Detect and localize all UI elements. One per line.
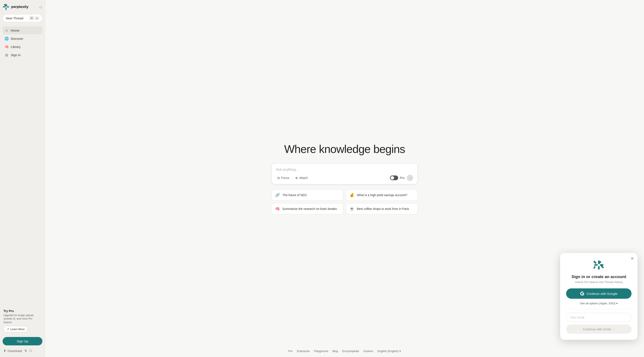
svg-rect-7 — [598, 266, 600, 270]
attach-icon: ⊕ — [295, 176, 298, 180]
focus-label: Focus — [281, 176, 289, 180]
sidebar-header: perplexity ◁ — [2, 4, 42, 10]
svg-rect-2 — [3, 6, 6, 8]
footer-language-selector[interactable]: English (English) ▾ — [378, 350, 401, 353]
attach-button[interactable]: ⊕ Attach — [294, 175, 309, 180]
logo-text: perplexity — [11, 5, 28, 9]
suggestion-emoji-3: ☕ — [350, 206, 355, 211]
sidebar-nav: ⌂ Home 🌐 Discover 🧠 Library ◎ Sign in — [2, 26, 42, 59]
chevron-down-icon: ▾ — [400, 350, 401, 353]
popup-subtitle: Unlock Pro Search and Thread History — [575, 280, 623, 284]
perplexity-logo-icon — [2, 4, 10, 10]
try-pro-title: Try Pro — [4, 309, 42, 313]
collapse-icon: ◁ — [39, 5, 42, 9]
signin-label: Sign in — [11, 53, 21, 57]
email-continue-label: Continue with email → — [583, 327, 615, 331]
suggestion-emoji-1: 💰 — [350, 193, 355, 198]
footer-link-blog[interactable]: Blog — [332, 350, 338, 353]
suggestion-text-2: Summarize the research on brain breaks — [282, 207, 337, 210]
see-all-label: See all options (Apple, SSO) — [580, 302, 616, 305]
try-pro-box: Try Pro Upgrade for image upload, smarte… — [2, 307, 42, 334]
new-thread-shortcut: ⌘ K — [29, 16, 39, 20]
download-button[interactable]: ⬇ Download — [4, 349, 22, 353]
sidebar-item-home[interactable]: ⌂ Home — [2, 26, 42, 34]
suggestion-card-3[interactable]: ☕ Best coffee shops to work from in Pari… — [346, 203, 418, 214]
pro-toggle[interactable]: Pro — [390, 176, 404, 180]
pro-toggle-thumb — [390, 176, 394, 180]
google-icon — [580, 292, 584, 296]
svg-rect-10 — [594, 260, 597, 264]
sidebar: perplexity ◁ New Thread ⌘ K ⌂ Home 🌐 Dis… — [0, 0, 45, 357]
home-label: Home — [11, 28, 19, 32]
learn-more-label: Learn More — [10, 328, 24, 331]
suggestion-text-1: What is a high-yield savings account? — [357, 193, 407, 197]
learn-more-icon: ↗ — [7, 328, 9, 331]
svg-rect-3 — [7, 6, 9, 8]
footer-link-careers[interactable]: Careers — [363, 350, 373, 353]
download-icon: ⬇ — [4, 349, 6, 353]
hero-title: Where knowledge begins — [284, 142, 405, 156]
divider — [566, 309, 632, 309]
sidebar-footer-icons: ⬇ Download 𝕏 ⬡ — [2, 348, 42, 354]
footer-language-label: English (English) — [378, 350, 398, 353]
main-content: Where knowledge begins ⊟ Focus ⊕ Attach — [45, 0, 644, 357]
shortcut-cmd: ⌘ — [29, 16, 34, 20]
search-actions: ⊟ Focus ⊕ Attach Pro → — [276, 175, 413, 181]
sidebar-item-signin[interactable]: ◎ Sign in — [2, 51, 42, 59]
sidebar-item-library[interactable]: 🧠 Library — [2, 43, 42, 50]
close-icon: ✕ — [630, 256, 634, 261]
search-left: ⊟ Focus ⊕ Attach — [276, 175, 309, 180]
search-box: ⊟ Focus ⊕ Attach Pro → — [272, 163, 418, 184]
google-btn-label: Continue with Google — [586, 292, 617, 296]
download-label: Download — [8, 349, 22, 353]
focus-button[interactable]: ⊟ Focus — [276, 175, 290, 180]
email-continue-button[interactable]: Continue with email → — [566, 324, 632, 334]
suggestion-text-0: The future of SEO — [282, 193, 307, 197]
main-footer: Pro Enterprise Playground Blog Encyclope… — [288, 350, 401, 353]
attach-label: Attach — [299, 176, 308, 180]
suggestion-card-1[interactable]: 💰 What is a high-yield savings account? — [346, 190, 418, 201]
discover-label: Discover — [11, 37, 23, 40]
home-icon: ⌂ — [5, 28, 8, 32]
sign-up-button[interactable]: Sign Up — [2, 337, 42, 346]
sign-up-label: Sign Up — [17, 339, 28, 343]
discord-button[interactable]: ⬡ — [29, 349, 32, 353]
google-signin-button[interactable]: Continue with Google — [566, 288, 632, 299]
see-all-options[interactable]: See all options (Apple, SSO) ▾ — [580, 302, 618, 305]
suggestion-card-0[interactable]: 🔗 The future of SEO — [272, 190, 343, 201]
suggestion-cards: 🔗 The future of SEO 💰 What is a high-yie… — [272, 190, 418, 214]
new-thread-button[interactable]: New Thread ⌘ K — [2, 14, 42, 22]
try-pro-description: Upgrade for image upload, smarter AI, an… — [4, 314, 42, 324]
collapse-sidebar-button[interactable]: ◁ — [38, 4, 42, 10]
pro-toggle-track[interactable] — [390, 176, 398, 180]
svg-rect-12 — [594, 266, 596, 270]
suggestion-emoji-2: 🧠 — [275, 206, 280, 211]
twitter-button[interactable]: 𝕏 — [24, 349, 27, 352]
svg-rect-8 — [594, 264, 598, 266]
suggestion-card-2[interactable]: 🧠 Summarize the research on brain breaks — [272, 203, 343, 214]
search-input[interactable] — [276, 168, 413, 172]
footer-link-pro[interactable]: Pro — [288, 350, 292, 353]
chevron-down-icon: ▾ — [616, 302, 618, 305]
search-submit-button[interactable]: → — [407, 175, 413, 181]
twitter-icon: 𝕏 — [24, 349, 27, 352]
popup-logo — [594, 260, 604, 271]
svg-rect-1 — [6, 8, 7, 10]
library-icon: 🧠 — [5, 45, 8, 48]
globe-icon: 🌐 — [5, 36, 8, 40]
footer-link-playground[interactable]: Playground — [314, 350, 328, 353]
focus-icon: ⊟ — [277, 176, 280, 180]
shortcut-key: K — [35, 16, 39, 20]
signin-popup: ✕ Sign in or create an account Unlock Pr… — [560, 253, 638, 340]
submit-icon: → — [408, 176, 412, 180]
popup-close-button[interactable]: ✕ — [630, 256, 634, 261]
footer-link-enterprise[interactable]: Enterprise — [297, 350, 310, 353]
footer-link-encyclopedia[interactable]: Encyclopedia — [342, 350, 359, 353]
sidebar-item-discover[interactable]: 🌐 Discover — [2, 34, 42, 42]
new-thread-label: New Thread — [6, 16, 23, 20]
suggestion-text-3: Best coffee shops to work from in Paris — [357, 207, 409, 210]
learn-more-button[interactable]: ↗ Learn More — [4, 326, 28, 332]
sidebar-bottom: Try Pro Upgrade for image upload, smarte… — [2, 307, 42, 354]
discord-icon: ⬡ — [29, 349, 32, 353]
email-input[interactable] — [566, 313, 632, 322]
